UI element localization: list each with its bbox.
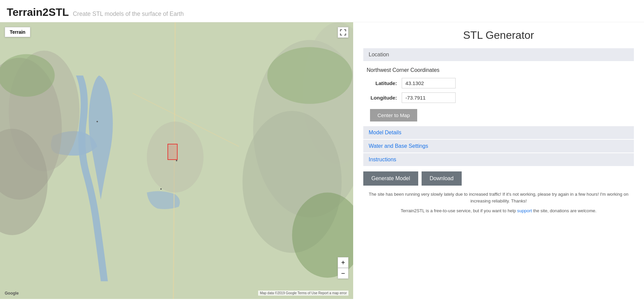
latitude-label: Latitude: [367,80,397,86]
svg-point-11 [267,47,352,104]
model-details-header[interactable]: Model Details [363,126,634,139]
action-buttons: Generate Model Download [363,171,634,186]
download-button[interactable]: Download [422,171,462,186]
longitude-input[interactable] [402,92,456,103]
main-layout: Terrain + − Google Map data ©2019 G [0,22,644,299]
nw-corner-label: Northwest Corner Coordinates [367,67,631,73]
brand-subtitle: Create STL models of the surface of Eart… [73,10,184,17]
map-type-button[interactable]: Terrain [5,27,30,37]
google-logo: Google [5,291,19,296]
location-section: Location Northwest Corner Coordinates La… [363,48,634,125]
map-background [0,22,353,299]
svg-point-10 [0,54,55,97]
location-header[interactable]: Location [363,48,634,61]
zoom-controls: + − [338,257,348,279]
longitude-label: Longitude: [367,95,397,101]
svg-point-15 [96,121,98,122]
location-content: Northwest Corner Coordinates Latitude: L… [363,62,634,125]
footer-note: Terrain2STL creates STL files using the … [0,299,644,301]
zoom-in-button[interactable]: + [338,257,348,268]
map-container[interactable]: Terrain + − Google Map data ©2019 G [0,22,353,299]
instructions-header[interactable]: Instructions [363,153,634,166]
svg-point-13 [176,160,177,161]
generate-model-button[interactable]: Generate Model [363,171,418,186]
stl-generator-title: STL Generator [363,29,634,42]
map-selection-rect[interactable] [167,144,178,160]
app-header: Terrain2STLCreate STL models of the surf… [0,0,644,22]
fullscreen-button[interactable] [338,27,348,38]
map-section: Terrain + − Google Map data ©2019 G [0,22,353,299]
support-prefix: Terrain2STL is a free-to-use service, bu… [401,208,517,213]
brand-title: Terrain2STL [7,6,69,18]
zoom-out-button[interactable]: − [338,268,348,279]
latitude-input[interactable] [402,78,456,88]
svg-point-14 [160,188,162,190]
center-map-button[interactable]: Center to Map [370,109,417,121]
longitude-row: Longitude: [367,92,631,103]
support-text: Terrain2STL is a free-to-use service, bu… [363,208,634,213]
support-suffix: the site, donations are welcome. [532,208,596,213]
fullscreen-icon [340,29,346,35]
map-attribution: Map data ©2019 Google Terms of Use Repor… [258,291,348,296]
support-link[interactable]: support [517,208,532,213]
notice-text: The site has been running very slowly la… [363,191,634,204]
latitude-row: Latitude: [367,78,631,88]
right-panel: STL Generator Location Northwest Corner … [353,22,644,299]
water-base-header[interactable]: Water and Base Settings [363,140,634,153]
